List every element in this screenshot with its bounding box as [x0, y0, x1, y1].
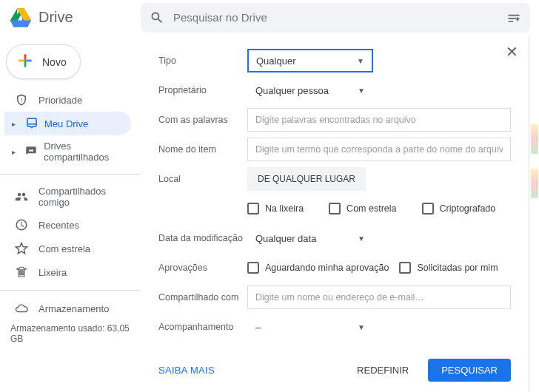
label-follow-up: Acompanhamento	[158, 322, 247, 332]
learn-more-link[interactable]: SAIBA MAIS	[158, 365, 215, 376]
chevron-down-icon: ▼	[358, 234, 365, 243]
chevron-down-icon: ▼	[357, 57, 364, 65]
checkbox-requested-by-me[interactable]: Solicitadas por mim	[399, 262, 498, 274]
dialog-footer: SAIBA MAIS REDEFINIR PESQUISAR	[158, 359, 511, 382]
clock-icon	[15, 218, 28, 232]
checkbox-label: Na lixeira	[265, 203, 304, 214]
chevron-down-icon: ▼	[358, 323, 365, 331]
search-icon	[147, 7, 167, 28]
sidebar-item-storage[interactable]: Armazenamento	[0, 297, 131, 320]
drive-logo-icon	[9, 6, 33, 30]
type-select[interactable]: Qualquer ▼	[247, 49, 373, 72]
sidebar-item-priority[interactable]: Prioridade	[0, 88, 131, 112]
sidebar-label: Lixeira	[38, 267, 67, 278]
side-panel-thumb[interactable]	[531, 169, 538, 198]
product-name: Drive	[38, 9, 73, 26]
checkbox-icon	[399, 262, 411, 274]
checkbox-icon	[329, 203, 341, 214]
checkbox-icon	[247, 203, 259, 214]
sidebar-item-shared-drives[interactable]: ▸ Drives compartilhados	[4, 135, 131, 168]
checkbox-label: Criptografado	[440, 203, 496, 214]
trash-icon	[15, 266, 28, 279]
label-location: Local	[158, 174, 247, 184]
item-name-input[interactable]	[247, 138, 511, 161]
app-header: Drive	[0, 0, 539, 36]
new-button[interactable]: Novo	[6, 44, 81, 79]
sidebar-item-shared-with-me[interactable]: Compartilhados comigo	[0, 180, 131, 213]
side-panel	[529, 36, 539, 392]
sidebar-label: Prioridade	[38, 95, 82, 106]
search-options-icon[interactable]	[503, 7, 524, 28]
label-approvals: Aprovações	[158, 263, 247, 273]
sidebar-label: Armazenamento	[38, 303, 109, 314]
checkbox-label: Solicitadas por mim	[417, 263, 498, 273]
chevron-right-icon[interactable]: ▸	[12, 120, 19, 128]
new-button-label: Novo	[42, 56, 67, 68]
search-button[interactable]: PESQUISAR	[428, 359, 511, 382]
shared-with-input[interactable]	[247, 285, 511, 309]
storage-usage-text: Armazenamento usado: 63,05 GB	[0, 320, 140, 347]
follow-up-select[interactable]: – ▼	[247, 315, 373, 339]
location-chip[interactable]: DE QUALQUER LUGAR	[247, 167, 366, 191]
sidebar-label: Compartilhados comigo	[38, 186, 131, 208]
sidebar: Novo Prioridade ▸ Meu Drive ▸ Drives com…	[0, 36, 141, 392]
label-shared-with: Compartilhado com	[158, 292, 247, 303]
owner-select-value: Qualquer pessoa	[255, 85, 329, 96]
date-modified-select[interactable]: Qualquer data ▼	[247, 226, 373, 250]
divider	[0, 290, 140, 291]
sidebar-item-trash[interactable]: Lixeira	[0, 260, 131, 284]
divider	[0, 174, 140, 175]
checkbox-encrypted[interactable]: Criptografado	[422, 203, 496, 214]
priority-icon	[15, 93, 28, 107]
owner-select[interactable]: Qualquer pessoa ▼	[247, 78, 373, 102]
side-panel-thumb[interactable]	[531, 124, 538, 154]
content-area: ✕ Tipo Qualquer ▼ Proprietário Qualquer …	[141, 36, 529, 392]
sidebar-label: Drives compartilhados	[44, 141, 131, 163]
checkbox-label: Aguardando minha aprovação	[265, 263, 389, 273]
sidebar-label: Com estrela	[38, 243, 90, 254]
search-bar[interactable]	[141, 3, 530, 33]
cloud-icon	[15, 302, 28, 315]
advanced-search-dialog: ✕ Tipo Qualquer ▼ Proprietário Qualquer …	[141, 36, 529, 392]
label-type: Tipo	[158, 55, 247, 66]
star-icon	[15, 242, 28, 255]
people-icon	[15, 190, 28, 203]
checkbox-label: Com estrela	[346, 203, 396, 214]
sidebar-item-my-drive[interactable]: ▸ Meu Drive	[4, 112, 131, 135]
my-drive-icon	[25, 117, 38, 130]
chevron-down-icon: ▼	[358, 87, 365, 95]
sidebar-item-starred[interactable]: Com estrela	[0, 237, 131, 260]
checkbox-in-trash[interactable]: Na lixeira	[247, 203, 304, 214]
plus-icon	[16, 51, 35, 72]
label-owner: Proprietário	[158, 85, 247, 95]
date-select-value: Qualquer data	[255, 233, 316, 244]
sidebar-label: Meu Drive	[44, 118, 88, 129]
label-date-modified: Data da modificação	[158, 233, 247, 243]
reset-button[interactable]: REDEFINIR	[349, 359, 416, 382]
has-words-input[interactable]	[247, 108, 511, 132]
chevron-right-icon[interactable]: ▸	[12, 148, 19, 156]
shared-drives-icon	[24, 145, 38, 158]
follow-up-value: –	[255, 322, 261, 333]
checkbox-awaiting-approval[interactable]: Aguardando minha aprovação	[247, 262, 389, 274]
checkbox-starred[interactable]: Com estrela	[329, 203, 396, 214]
checkbox-icon	[247, 262, 259, 274]
checkbox-icon	[422, 203, 434, 214]
sidebar-item-recent[interactable]: Recentes	[0, 213, 131, 237]
sidebar-label: Recentes	[38, 220, 79, 231]
logo-area: Drive	[0, 6, 141, 30]
search-input[interactable]	[173, 11, 498, 24]
label-has-words: Com as palavras	[158, 115, 247, 125]
label-item-name: Nome do item	[158, 144, 247, 155]
close-icon[interactable]: ✕	[506, 43, 518, 61]
type-select-value: Qualquer	[256, 55, 295, 67]
svg-marker-6	[10, 20, 31, 27]
